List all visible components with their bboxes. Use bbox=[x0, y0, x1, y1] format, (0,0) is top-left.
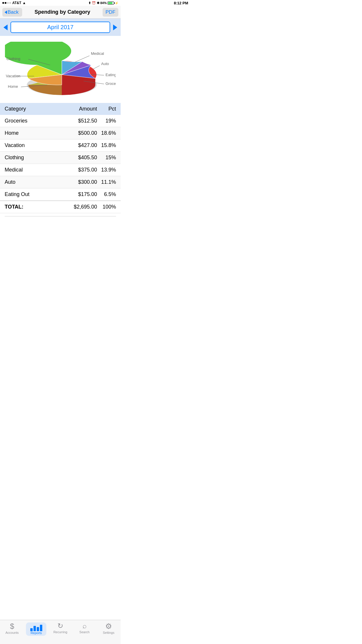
svg-text:Eating Out: Eating Out bbox=[106, 73, 116, 77]
spending-table: Category Amount Pct Groceries $512.50 19… bbox=[0, 103, 121, 222]
col-pct-header: Pct bbox=[97, 106, 116, 112]
row-category: Auto bbox=[5, 179, 68, 185]
page-title: Spending by Category bbox=[34, 9, 90, 15]
status-left: AT&T ▲ bbox=[2, 1, 26, 5]
date-selector: April 2017 bbox=[0, 19, 121, 36]
prev-date-button[interactable] bbox=[3, 24, 8, 30]
row-category: Home bbox=[5, 130, 68, 136]
chart-area: Medical Auto Eating Out Groceries Clothi… bbox=[0, 36, 121, 103]
table-row: Auto $300.00 11.1% bbox=[0, 176, 121, 188]
back-button[interactable]: Back bbox=[2, 8, 22, 17]
battery-fill bbox=[108, 2, 113, 4]
pdf-button[interactable]: PDF bbox=[103, 8, 118, 17]
carrier-label: AT&T bbox=[12, 1, 21, 5]
back-chevron-icon bbox=[5, 10, 7, 14]
bluetooth-icon: ✱ bbox=[97, 1, 99, 5]
charging-icon: ⚡ bbox=[115, 1, 118, 5]
svg-text:Clothing: Clothing bbox=[6, 57, 20, 61]
row-category: Vacation bbox=[5, 142, 68, 148]
svg-text:Groceries: Groceries bbox=[106, 81, 116, 86]
table-header: Category Amount Pct bbox=[0, 103, 121, 115]
table-row: Medical $375.00 13.9% bbox=[0, 164, 121, 176]
battery-icon bbox=[108, 1, 114, 5]
svg-text:Medical: Medical bbox=[91, 51, 104, 56]
row-category: Groceries bbox=[5, 118, 68, 124]
location-icon: ⬆ bbox=[88, 1, 91, 5]
row-pct: 15.8% bbox=[97, 142, 116, 148]
row-amount: $405.50 bbox=[68, 155, 97, 161]
col-amount-header: Amount bbox=[68, 106, 97, 112]
alarm-icon: ⏰ bbox=[92, 1, 96, 5]
signal-dots bbox=[2, 2, 11, 4]
table-row: Home $500.00 18.6% bbox=[0, 127, 121, 139]
svg-text:Auto: Auto bbox=[101, 62, 109, 66]
col-category-header: Category bbox=[5, 106, 68, 112]
row-pct: 19% bbox=[97, 118, 116, 124]
svg-line-1 bbox=[75, 56, 89, 62]
table-row: Clothing $405.50 15% bbox=[0, 152, 121, 164]
total-row: TOTAL: $2,695.00 100% bbox=[0, 201, 121, 213]
nav-bar: Back Spending by Category PDF bbox=[0, 6, 121, 19]
signal-dot bbox=[5, 2, 6, 4]
signal-dot bbox=[2, 2, 4, 4]
row-pct: 13.9% bbox=[97, 167, 116, 173]
status-bar: AT&T ▲ 8:12 PM ⬆ ⏰ ✱ 84% ⚡ bbox=[0, 0, 121, 6]
table-row: Groceries $512.50 19% bbox=[0, 115, 121, 127]
wifi-icon: ▲ bbox=[22, 1, 26, 5]
row-pct: 18.6% bbox=[97, 130, 116, 136]
row-amount: $175.00 bbox=[68, 191, 97, 197]
svg-text:Vacation: Vacation bbox=[6, 74, 20, 78]
row-amount: $500.00 bbox=[68, 130, 97, 136]
back-label: Back bbox=[8, 9, 19, 15]
table-row: Eating Out $175.00 6.5% bbox=[0, 188, 121, 201]
next-date-button[interactable] bbox=[113, 24, 117, 30]
row-amount: $375.00 bbox=[68, 167, 97, 173]
row-category: Medical bbox=[5, 167, 68, 173]
pie-chart-svg: Medical Auto Eating Out Groceries Clothi… bbox=[5, 42, 116, 100]
battery-pct: 84% bbox=[100, 1, 107, 5]
total-amount: $2,695.00 bbox=[68, 204, 97, 210]
date-display[interactable]: April 2017 bbox=[10, 22, 110, 33]
table-divider bbox=[5, 216, 116, 216]
row-category: Clothing bbox=[5, 155, 68, 161]
status-right: ⬆ ⏰ ✱ 84% ⚡ bbox=[88, 1, 118, 5]
table-row: Vacation $427.00 15.8% bbox=[0, 139, 121, 152]
row-amount: $512.50 bbox=[68, 118, 97, 124]
svg-text:Home: Home bbox=[8, 84, 18, 89]
total-label: TOTAL: bbox=[5, 204, 68, 210]
row-category: Eating Out bbox=[5, 191, 68, 197]
row-amount: $300.00 bbox=[68, 179, 97, 185]
row-amount: $427.00 bbox=[68, 142, 97, 148]
total-pct: 100% bbox=[97, 204, 116, 210]
signal-dot bbox=[9, 2, 11, 4]
row-pct: 15% bbox=[97, 155, 116, 161]
svg-line-3 bbox=[92, 66, 100, 69]
row-pct: 6.5% bbox=[97, 191, 116, 197]
row-pct: 11.1% bbox=[97, 179, 116, 185]
signal-dot bbox=[7, 2, 9, 4]
pie-chart: Medical Auto Eating Out Groceries Clothi… bbox=[5, 42, 116, 100]
